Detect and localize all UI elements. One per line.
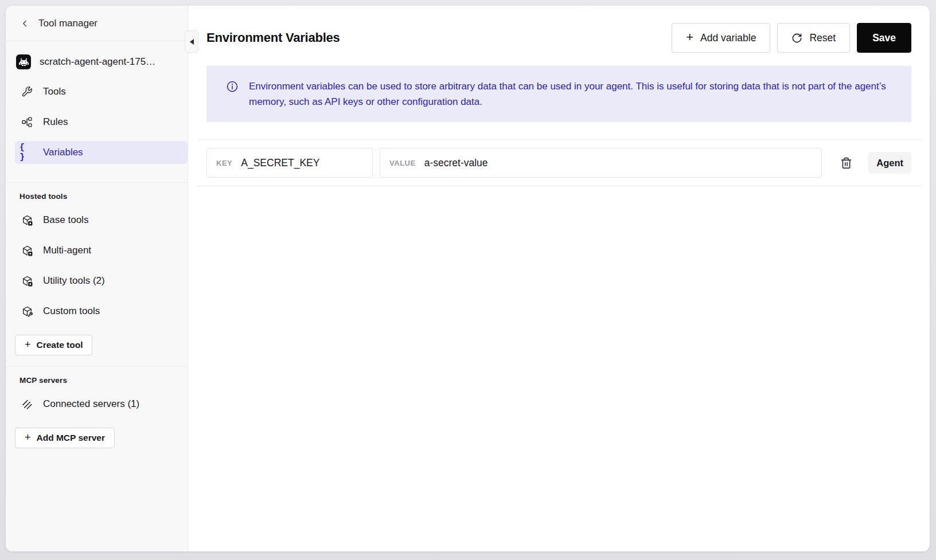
plus-icon: + [686, 31, 693, 44]
sidebar-item-utility-tools[interactable]: Utility tools (2) [15, 269, 188, 292]
sidebar-title: Tool manager [38, 18, 98, 29]
sidebar-item-agent[interactable]: scratch-agent-agent-175… [15, 49, 188, 75]
sidebar: Tool manager scratch-agent-agent-175… To… [6, 6, 188, 551]
plus-icon: + [25, 432, 31, 442]
variable-key-field[interactable]: KEY [206, 148, 373, 178]
sidebar-item-connected-servers[interactable]: Connected servers (1) [15, 393, 188, 416]
app-window: Tool manager scratch-agent-agent-175… To… [6, 6, 930, 551]
key-label: KEY [216, 159, 232, 167]
sidebar-nav: scratch-agent-agent-175… Tools Rules { }… [6, 41, 188, 171]
header-actions: + Add variable Reset Save [672, 23, 911, 53]
page-title: Environment Variables [206, 30, 340, 45]
trash-icon [840, 157, 852, 169]
cube-badge-icon [20, 245, 34, 257]
variable-key-input[interactable] [241, 157, 363, 169]
scope-badge: Agent [868, 152, 911, 174]
pixel-robot-icon [19, 58, 29, 66]
reset-label: Reset [809, 32, 836, 44]
nav-label: Multi-agent [43, 245, 91, 256]
cube-wrench-icon [20, 306, 34, 318]
value-label: VALUE [389, 159, 416, 167]
sidebar-item-base-tools[interactable]: Base tools [15, 209, 188, 232]
nav-label: Tools [43, 86, 66, 97]
info-banner-text: Environment variables can be used to sto… [249, 79, 892, 109]
info-banner: Environment variables can be used to sto… [206, 66, 911, 122]
agent-name: scratch-agent-agent-175… [40, 56, 155, 68]
sidebar-item-multi-agent[interactable]: Multi-agent [15, 239, 188, 262]
plus-icon: + [25, 339, 31, 350]
variables-list: KEY VALUE Agent [197, 139, 921, 186]
delete-variable-button[interactable] [840, 157, 852, 169]
main-panel: Environment Variables + Add variable Res… [188, 6, 930, 551]
nav-label: Connected servers (1) [43, 398, 139, 410]
reset-icon [791, 33, 802, 44]
cube-badge-icon [20, 214, 34, 226]
wrench-icon [20, 86, 34, 97]
mcp-servers-title: MCP servers [20, 376, 188, 385]
add-mcp-server-label: Add MCP server [37, 433, 105, 443]
add-variable-label: Add variable [700, 32, 756, 44]
collapse-arrow-icon [190, 39, 194, 45]
rules-flow-icon [20, 116, 34, 128]
variable-value-input[interactable] [424, 157, 813, 169]
variable-value-field[interactable]: VALUE [380, 148, 822, 178]
add-mcp-server-button[interactable]: + Add MCP server [15, 428, 115, 448]
nav-label: Base tools [43, 214, 88, 226]
sidebar-collapse-button[interactable] [185, 30, 198, 53]
hosted-tools-section: Hosted tools Base tools Multi-agent Util… [6, 182, 188, 366]
cube-badge-icon [20, 275, 34, 287]
braces-icon: { } [20, 143, 34, 162]
reset-button[interactable]: Reset [777, 23, 850, 53]
mcp-servers-section: MCP servers Connected servers (1) + Add … [6, 366, 188, 448]
add-variable-button[interactable]: + Add variable [672, 23, 770, 53]
nav-label: Utility tools (2) [43, 275, 105, 287]
save-label: Save [872, 32, 896, 44]
hosted-tools-title: Hosted tools [20, 192, 188, 201]
sidebar-item-rules[interactable]: Rules [15, 111, 188, 134]
nav-label: Variables [43, 147, 83, 158]
nav-label: Custom tools [43, 306, 100, 317]
create-tool-label: Create tool [37, 340, 83, 350]
save-button[interactable]: Save [857, 23, 911, 53]
main-header: Environment Variables + Add variable Res… [206, 23, 911, 53]
sidebar-item-tools[interactable]: Tools [15, 80, 188, 103]
create-tool-button[interactable]: + Create tool [15, 335, 92, 355]
mcp-icon [20, 398, 34, 410]
variable-row: KEY VALUE Agent [197, 140, 921, 186]
sidebar-item-variables[interactable]: { } Variables [15, 141, 188, 164]
back-chevron-icon[interactable] [20, 18, 30, 29]
sidebar-header[interactable]: Tool manager [6, 6, 188, 41]
agent-avatar [16, 54, 31, 69]
info-icon [226, 80, 239, 97]
nav-label: Rules [43, 116, 68, 128]
sidebar-item-custom-tools[interactable]: Custom tools [15, 300, 188, 323]
